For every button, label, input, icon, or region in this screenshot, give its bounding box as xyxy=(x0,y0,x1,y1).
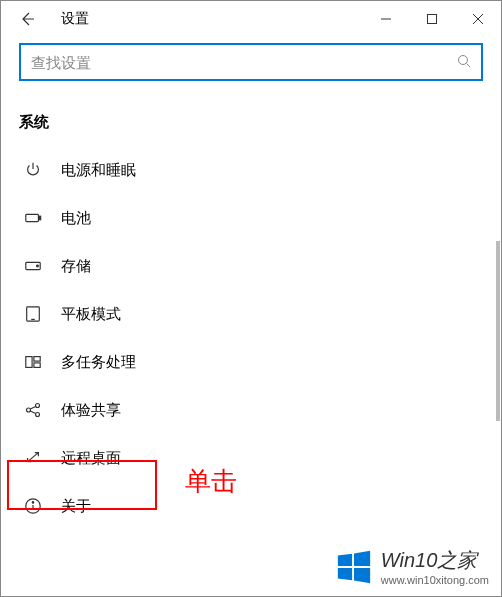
watermark: Win10之家 www.win10xitong.com xyxy=(335,547,489,586)
menu-list: 电源和睡眠 电池 存储 平板模式 多任务处理 体验共享 远程桌面 xyxy=(1,140,501,530)
maximize-button[interactable] xyxy=(409,1,455,37)
svg-rect-14 xyxy=(34,363,40,368)
power-icon xyxy=(23,160,43,180)
menu-item-label: 存储 xyxy=(61,257,91,276)
svg-rect-12 xyxy=(26,357,32,368)
multitasking-icon xyxy=(23,352,43,372)
share-icon xyxy=(23,400,43,420)
svg-line-19 xyxy=(30,411,35,414)
back-arrow-icon xyxy=(19,11,35,27)
svg-rect-6 xyxy=(26,214,39,221)
close-button[interactable] xyxy=(455,1,501,37)
minimize-button[interactable] xyxy=(363,1,409,37)
window-controls xyxy=(363,1,501,37)
svg-rect-13 xyxy=(34,357,40,362)
category-header: 系统 xyxy=(1,93,501,140)
annotation-text: 单击 xyxy=(185,464,237,499)
menu-item-remote-desktop[interactable]: 远程桌面 xyxy=(1,434,501,482)
windows-logo-icon xyxy=(335,548,373,586)
svg-point-4 xyxy=(459,55,468,64)
svg-line-18 xyxy=(30,406,35,409)
titlebar: 设置 xyxy=(1,1,501,37)
svg-point-22 xyxy=(32,502,33,503)
storage-icon xyxy=(23,256,43,276)
info-icon xyxy=(23,496,43,516)
watermark-title: Win10之家 xyxy=(381,547,489,574)
menu-item-label: 体验共享 xyxy=(61,401,121,420)
search-icon xyxy=(457,54,471,71)
menu-item-shared-experiences[interactable]: 体验共享 xyxy=(1,386,501,434)
scrollbar-thumb[interactable] xyxy=(496,241,500,421)
svg-point-9 xyxy=(37,265,39,267)
tablet-icon xyxy=(23,304,43,324)
maximize-icon xyxy=(427,14,437,24)
window-title: 设置 xyxy=(61,10,89,28)
menu-item-label: 电源和睡眠 xyxy=(61,161,136,180)
search-input[interactable] xyxy=(31,54,457,71)
minimize-icon xyxy=(381,14,391,24)
svg-point-17 xyxy=(36,413,40,417)
menu-item-about[interactable]: 关于 xyxy=(1,482,501,530)
svg-line-5 xyxy=(467,63,471,67)
menu-item-label: 多任务处理 xyxy=(61,353,136,372)
menu-item-label: 平板模式 xyxy=(61,305,121,324)
close-icon xyxy=(473,14,483,24)
svg-rect-7 xyxy=(39,216,41,220)
watermark-url: www.win10xitong.com xyxy=(381,574,489,586)
battery-icon xyxy=(23,208,43,228)
svg-point-15 xyxy=(27,408,31,412)
remote-desktop-icon xyxy=(23,448,43,468)
search-box[interactable] xyxy=(19,43,483,81)
menu-item-multitasking[interactable]: 多任务处理 xyxy=(1,338,501,386)
menu-item-storage[interactable]: 存储 xyxy=(1,242,501,290)
menu-item-label: 电池 xyxy=(61,209,91,228)
menu-item-label: 关于 xyxy=(61,497,91,516)
search-container xyxy=(1,37,501,93)
back-button[interactable] xyxy=(9,1,45,37)
menu-item-power-sleep[interactable]: 电源和睡眠 xyxy=(1,146,501,194)
menu-item-tablet-mode[interactable]: 平板模式 xyxy=(1,290,501,338)
menu-item-battery[interactable]: 电池 xyxy=(1,194,501,242)
menu-item-label: 远程桌面 xyxy=(61,449,121,468)
svg-rect-1 xyxy=(428,15,437,24)
svg-point-16 xyxy=(36,404,40,408)
